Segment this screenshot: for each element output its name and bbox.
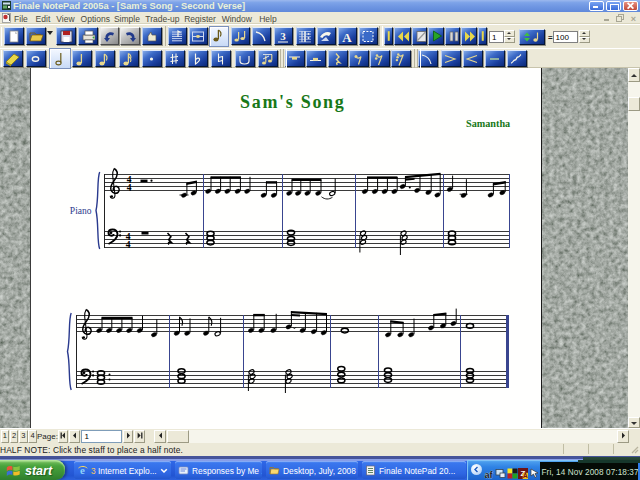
svg-text:4: 4 [127,183,132,193]
svg-text:af: af [484,470,493,480]
svg-text:A: A [523,472,528,479]
svg-text:Piano: Piano [70,206,92,216]
svg-text:4: 4 [126,240,131,250]
svg-text:3: 3 [281,30,287,42]
svg-text:A: A [342,30,352,45]
